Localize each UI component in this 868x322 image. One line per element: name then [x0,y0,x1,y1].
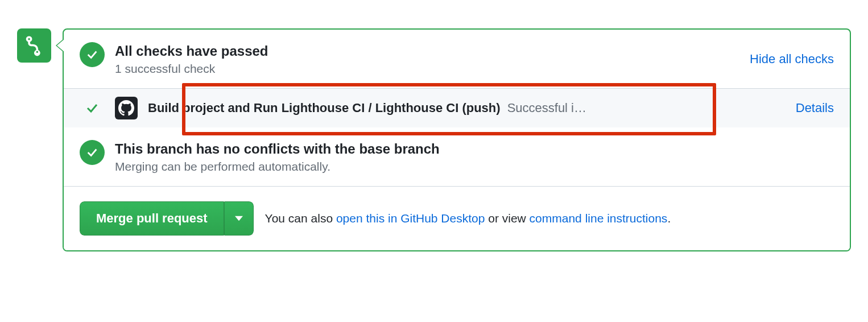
check-pass-icon [80,101,105,115]
check-item-status: Successful i… [507,101,586,115]
merge-pull-request-button[interactable]: Merge pull request [80,201,224,236]
conflicts-section: This branch has no conflicts with the ba… [64,127,850,186]
check-circle-icon [80,140,105,165]
footer-text-prefix: You can also [265,212,336,225]
checks-title: All checks have passed [115,42,739,60]
git-merge-icon [17,28,51,63]
check-item-name: Build project and Run Lighthouse CI / Li… [148,101,501,115]
check-circle-icon [80,42,105,67]
merge-footer-text: You can also open this in GitHub Desktop… [265,212,671,225]
footer-text-suffix: . [667,212,671,225]
github-icon [115,97,138,119]
merge-panel: All checks have passed 1 successful chec… [63,28,851,251]
checks-subtitle: 1 successful check [115,62,739,76]
checks-summary-section: All checks have passed 1 successful chec… [64,30,850,88]
hide-checks-link[interactable]: Hide all checks [750,52,834,67]
merge-footer: Merge pull request You can also open thi… [64,186,850,250]
check-item-row: Build project and Run Lighthouse CI / Li… [64,88,850,127]
merge-button-group: Merge pull request [80,201,254,236]
open-desktop-link[interactable]: open this in GitHub Desktop [336,212,485,225]
conflicts-subtitle: Merging can be performed automatically. [115,160,834,174]
footer-text-mid: or view [485,212,529,225]
conflicts-title: This branch has no conflicts with the ba… [115,140,834,158]
cmdline-link[interactable]: command line instructions [530,212,668,225]
check-details-link[interactable]: Details [796,101,834,115]
merge-dropdown-button[interactable] [224,201,254,236]
